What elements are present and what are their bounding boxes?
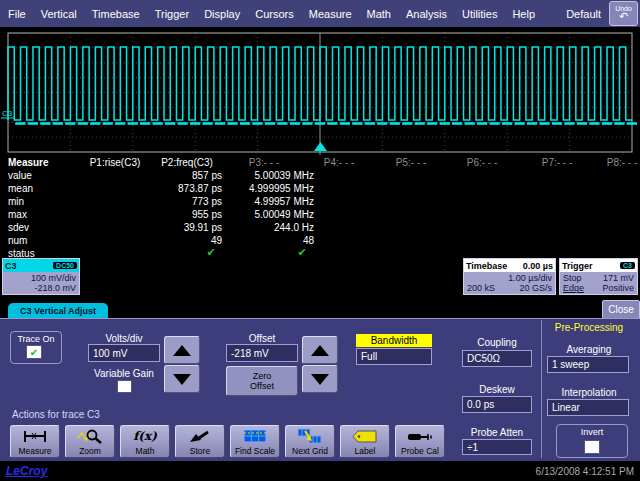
menu-display[interactable]: Display [204,8,240,20]
measure-col-header: P3:- - - [224,157,304,168]
math-action-button[interactable]: f(x) Math [120,425,170,458]
deskew-field[interactable]: 0.0 ps [462,396,532,413]
menu-analysis[interactable]: Analysis [406,8,447,20]
measure-caliper-icon [22,426,48,446]
zoom-action-button[interactable]: Zoom [65,425,115,458]
menu-trigger[interactable]: Trigger [155,8,189,20]
probe-atten-label: Probe Atten [460,427,534,438]
offset-up-button[interactable] [302,336,338,364]
menu-utilities[interactable]: Utilities [462,8,497,20]
menu-default[interactable]: Default [566,8,601,20]
down-arrow-icon [311,374,329,385]
measure-action-label: Measure [18,446,51,456]
channel-c3-coupling-badge: DC50 [53,262,77,269]
channel-c3-descriptor[interactable]: C3 DC50 100 mV/div -218.0 mV [2,258,80,295]
volts-div-label: Volts/div [88,333,160,344]
timebase-titlebar: Timebase 0.00 µs [464,259,555,272]
up-arrow-icon [311,345,329,356]
channel-c3-titlebar: C3 DC50 [3,259,79,272]
measure-row-label: min [8,196,24,207]
invert-checkbox[interactable] [584,440,600,454]
timebase-name: Timebase [466,261,507,271]
probe-cal-action-label: Probe Cal [401,446,439,456]
trigger-type: Edge [563,283,584,293]
bandwidth-field[interactable]: Full [356,348,432,365]
coupling-field[interactable]: DC50Ω [462,350,532,367]
trace-on-label: Trace On [11,334,61,344]
timebase-descriptor[interactable]: Timebase 0.00 µs 1.00 µs/div 200 kS 20 G… [463,258,556,295]
menu-file[interactable]: File [8,8,26,20]
volts-div-up-button[interactable] [164,336,200,364]
store-action-label: Store [190,446,210,456]
measure-p1-value: 39.91 ps [92,222,222,233]
probe-atten-field[interactable]: ÷1 [462,439,532,455]
offset-down-button[interactable] [302,365,338,393]
timebase-delay: 0.00 µs [523,261,553,271]
measure-row-label: sdev [8,222,29,233]
find-scale-action-button[interactable]: Find Scale [230,425,280,458]
measure-title: Measure [8,157,49,168]
probe-icon [407,426,433,446]
measure-p2-value: 5.00049 MHz [204,209,314,220]
deskew-label: Deskew [462,384,532,395]
measure-action-button[interactable]: Measure [10,425,60,458]
dialog-divider [541,320,542,458]
volts-div-down-button[interactable] [164,365,200,393]
probe-cal-action-button[interactable]: Probe Cal [395,425,445,458]
waveform-display: C3 [0,28,640,156]
store-arrow-icon [188,426,212,446]
measure-row-label: num [8,235,27,246]
averaging-field[interactable]: 1 sweep [547,356,629,373]
trace-on-check-icon: ✔ [30,347,38,358]
timebase-body: 1.00 µs/div 200 kS 20 GS/s [464,272,555,294]
preprocessing-label: Pre-Processing [543,322,635,333]
next-grid-icon [297,426,323,446]
measure-p1-value: 49 [92,235,222,246]
channel-c3-name: C3 [5,261,17,271]
tab-c3-vertical-adjust[interactable]: C3 Vertical Adjust [8,303,108,318]
measure-col-header: P5:- - - [371,157,451,168]
menu-measure[interactable]: Measure [309,8,352,20]
lecroy-logo: LeCroy [6,464,47,478]
trigger-level: 171 mV [603,273,634,283]
menu-vertical[interactable]: Vertical [41,8,77,20]
label-action-button[interactable]: Label [340,425,390,458]
menu-help[interactable]: Help [512,8,535,20]
measure-col-header: P4:- - - [299,157,379,168]
menu-timebase[interactable]: Timebase [92,8,140,20]
oscilloscope-screen: File Vertical Timebase Trigger Display C… [0,0,640,481]
up-arrow-icon [173,345,191,356]
next-grid-action-button[interactable]: Next Grid [285,425,335,458]
menu-math[interactable]: Math [367,8,391,20]
measure-p1-value: 873.87 ps [92,183,222,194]
variable-gain-checkbox[interactable] [117,380,132,393]
datetime-display: 6/13/2008 4:12:51 PM [536,466,634,477]
zero-offset-line1: Zero [253,371,272,381]
svg-text:C3: C3 [2,109,13,118]
timebase-samplerate: 20 GS/s [519,283,552,293]
fx-icon: f(x) [133,426,157,446]
coupling-label: Coupling [462,337,532,348]
offset-field[interactable]: -218 mV [226,344,298,362]
measure-p1-value: 773 ps [92,196,222,207]
interpolation-label: Interpolation [545,387,633,398]
measure-col-header: P2:freq(C3) [147,157,227,168]
undo-button[interactable]: Undo ↶ [609,1,638,26]
measure-p2-value: 4.999995 MHz [204,183,314,194]
find-scale-action-label: Find Scale [235,446,275,456]
zero-offset-button[interactable]: Zero Offset [226,366,298,396]
close-button[interactable]: Close [602,300,640,319]
store-action-button[interactable]: Store [175,425,225,458]
interpolation-field[interactable]: Linear [547,399,629,416]
trigger-descriptor[interactable]: Trigger C3 Stop 171 mV Edge Positive [559,258,638,295]
tag-icon [352,426,378,446]
next-grid-action-label: Next Grid [292,446,328,456]
channel-c3-body: 100 mV/div -218.0 mV [3,272,79,294]
menu-cursors[interactable]: Cursors [255,8,294,20]
trace-on-checkbox[interactable]: ✔ [26,345,42,359]
status-check-p1: ✔ [201,246,221,259]
trigger-source-badge: C3 [620,262,635,269]
trigger-titlebar: Trigger C3 [560,259,637,272]
volts-div-field[interactable]: 100 mV [88,344,160,362]
menu-bar: File Vertical Timebase Trigger Display C… [0,0,640,27]
